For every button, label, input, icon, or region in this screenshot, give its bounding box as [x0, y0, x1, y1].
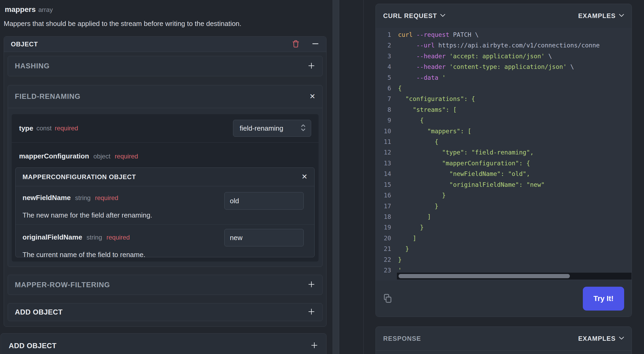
new-field-name-description: The new name for the field after renamin…	[23, 211, 152, 219]
code-line: 8 "streams": [	[376, 104, 632, 115]
field-title-type: array	[38, 6, 53, 13]
copy-icon	[382, 293, 393, 304]
section-field-renaming: FIELD-RENAMING ✕ type const required fie…	[8, 85, 323, 267]
plus-icon[interactable]	[307, 62, 315, 71]
response-examples-dropdown[interactable]: EXAMPLES	[578, 335, 624, 342]
trash-icon	[291, 39, 300, 49]
close-icon: ✕	[309, 93, 315, 100]
add-object-outer-label: ADD OBJECT	[9, 342, 57, 350]
curl-request-card: CURL REQUEST EXAMPLES 1curl --request PA…	[375, 4, 632, 317]
original-field-name-description: The current name of the field to rename.	[23, 251, 145, 259]
copy-code-button[interactable]	[382, 293, 393, 304]
object-panel-title: OBJECT	[11, 41, 38, 48]
section-field-renaming-label: FIELD-RENAMING	[15, 92, 80, 101]
code-line: 12 "type": "field-renaming",	[376, 147, 632, 158]
code-line: 11 {	[376, 136, 632, 147]
new-field-name-input[interactable]	[224, 192, 304, 210]
code-line: 2 --url https://api.airbyte.com/v1/conne…	[376, 40, 632, 51]
close-icon: ✕	[301, 173, 307, 180]
curl-request-title: CURL REQUEST	[383, 12, 437, 20]
code-line: 14 "newFieldName": "old",	[376, 169, 632, 179]
plus-icon[interactable]	[307, 280, 315, 289]
response-card: RESPONSE EXAMPLES	[375, 326, 632, 354]
vertical-scrollbar[interactable]	[333, 0, 339, 354]
api-docs-screen: mappersarray Mappers that should be appl…	[0, 0, 644, 354]
new-field-name-required: required	[95, 194, 118, 201]
code-horizontal-scrollbar-thumb[interactable]	[399, 274, 570, 278]
new-field-name-row: newFieldName string required The new nam…	[16, 186, 314, 225]
mapper-configuration-object-header: MAPPERCONFIGURATION OBJECT ✕	[16, 168, 314, 186]
add-object-inner-button[interactable]: ADD OBJECT	[8, 303, 322, 321]
code-line: 19 }	[376, 222, 632, 233]
type-field-name: type	[19, 124, 33, 132]
curl-request-header: CURL REQUEST EXAMPLES	[376, 4, 632, 28]
original-field-name-name: originalFieldName	[23, 233, 82, 241]
object-panel-header: OBJECT	[4, 37, 326, 52]
close-mapper-configuration-button[interactable]: ✕	[301, 173, 307, 180]
code-block: 1curl --request PATCH \2 --url https://a…	[376, 28, 632, 281]
original-field-name-input[interactable]	[224, 229, 304, 246]
mapper-configuration-required: required	[115, 153, 138, 160]
type-select[interactable]: field-renaming	[233, 120, 311, 137]
code-line: 10 "mappers": [	[376, 126, 632, 136]
code-line: 1curl --request PATCH \	[376, 29, 632, 40]
mapper-configuration-object-box: MAPPERCONFIGURATION OBJECT ✕ newFieldNam…	[15, 167, 315, 257]
code-line: 7 "configurations": {	[376, 94, 632, 104]
original-field-name-required: required	[106, 234, 130, 241]
original-field-name-row: originalFieldName string required The cu…	[16, 225, 314, 257]
chevron-down-icon	[440, 14, 445, 18]
code-line: 22}	[376, 254, 632, 265]
code-line: 16 }	[376, 190, 632, 201]
code-line: 17 }	[376, 201, 632, 211]
code-line: 20 ]	[376, 233, 632, 244]
add-object-outer[interactable]: ADD OBJECT	[1, 333, 327, 354]
collapse-object-button[interactable]	[311, 40, 319, 48]
add-object-inner-label: ADD OBJECT	[15, 308, 63, 316]
code-line: 3 --header 'accept: application/json' \	[376, 51, 632, 61]
code-lines: 1curl --request PATCH \2 --url https://a…	[376, 29, 632, 276]
type-field-kind: const	[36, 125, 51, 132]
new-field-name-label: newFieldName string required	[23, 194, 118, 202]
try-it-button[interactable]: Try It!	[583, 287, 624, 311]
request-examples-dropdown[interactable]: EXAMPLES	[578, 12, 624, 20]
chevron-down-icon	[619, 337, 624, 341]
schema-panel: mappersarray Mappers that should be appl…	[0, 0, 327, 354]
mapper-configuration-kind: object	[93, 153, 110, 160]
section-hashing-label: HASHING	[15, 62, 50, 70]
close-field-renaming-button[interactable]: ✕	[309, 93, 315, 100]
curl-request-dropdown[interactable]: CURL REQUEST	[383, 12, 445, 20]
response-title: RESPONSE	[383, 335, 421, 342]
code-line: 21 }	[376, 244, 632, 254]
code-line: 13 "mapperConfiguration": {	[376, 158, 632, 169]
type-select-value: field-renaming	[240, 124, 283, 132]
section-hashing-header[interactable]: HASHING	[8, 56, 322, 76]
delete-object-button[interactable]	[291, 39, 300, 49]
new-field-name-name: newFieldName	[23, 194, 71, 202]
type-field-row: type const required field-renaming	[12, 114, 319, 143]
plus-icon[interactable]	[310, 341, 318, 350]
response-header: RESPONSE EXAMPLES	[376, 327, 632, 351]
section-mapper-row-filtering-header[interactable]: MAPPER-ROW-FILTERING	[8, 275, 322, 295]
stepper-icon	[300, 123, 307, 133]
object-panel: OBJECT	[4, 36, 327, 327]
section-field-renaming-header[interactable]: FIELD-RENAMING ✕	[8, 85, 322, 108]
request-examples-label: EXAMPLES	[578, 12, 616, 20]
response-examples-label: EXAMPLES	[578, 335, 616, 342]
code-line: 6{	[376, 83, 632, 94]
panel-divider	[363, 0, 364, 354]
code-line: 15 "originalFieldName": "new"	[376, 179, 632, 190]
field-renaming-body: type const required field-renaming	[12, 114, 319, 262]
original-field-name-label: originalFieldName string required	[23, 233, 130, 241]
code-line: 9 {	[376, 115, 632, 126]
section-mapper-row-filtering: MAPPER-ROW-FILTERING	[8, 275, 323, 295]
mapper-configuration-label: mapperConfiguration object required	[19, 152, 138, 160]
code-horizontal-scrollbar	[397, 273, 632, 280]
add-object-inner: ADD OBJECT	[8, 303, 323, 321]
plus-icon[interactable]	[307, 308, 315, 317]
code-line: 18 ]	[376, 211, 632, 222]
field-title-name: mappers	[5, 5, 36, 14]
field-title: mappersarray	[5, 5, 53, 14]
code-line: 4 --header 'content-type: application/js…	[376, 61, 632, 72]
minus-icon	[311, 40, 319, 48]
curl-request-footer: Try It!	[376, 281, 632, 317]
